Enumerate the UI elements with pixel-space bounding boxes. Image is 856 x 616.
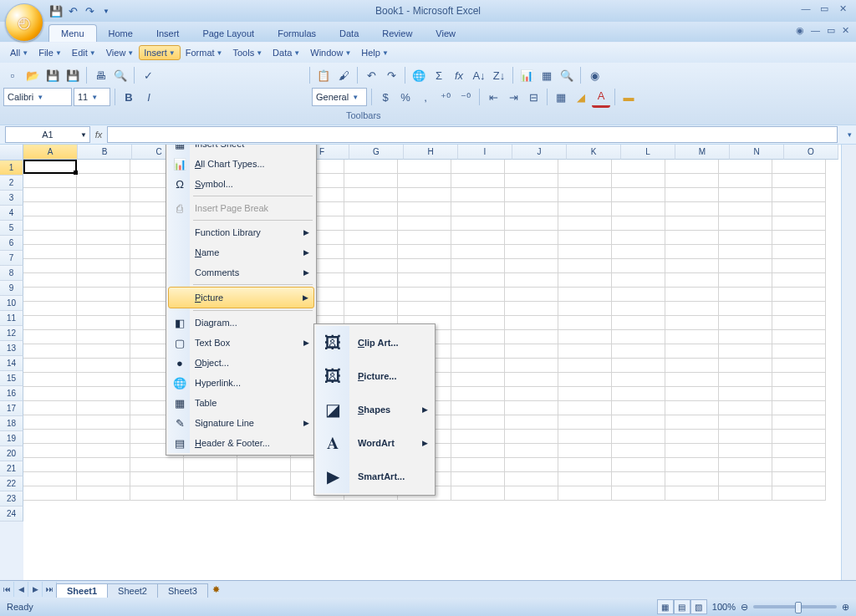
- cell[interactable]: [344, 288, 398, 302]
- sheet-tab-sheet1[interactable]: Sheet1: [56, 583, 108, 598]
- cell[interactable]: [23, 259, 77, 273]
- pivot-icon[interactable]: ▦: [538, 66, 556, 84]
- percent-icon[interactable]: %: [396, 88, 415, 106]
- cell[interactable]: [344, 202, 398, 216]
- cell[interactable]: [77, 174, 130, 188]
- cell[interactable]: [505, 245, 558, 259]
- cell[interactable]: [772, 302, 826, 316]
- cell[interactable]: [77, 273, 130, 288]
- cell[interactable]: [665, 302, 719, 316]
- cell[interactable]: [719, 302, 772, 316]
- menu-edit[interactable]: Edit▼: [67, 45, 101, 60]
- cell[interactable]: [77, 344, 130, 359]
- cell[interactable]: [772, 344, 826, 359]
- cell[interactable]: [719, 415, 772, 430]
- cell[interactable]: [23, 430, 77, 444]
- cell[interactable]: [451, 216, 505, 231]
- cell[interactable]: [665, 472, 719, 486]
- picture-item-wordart[interactable]: 𝐀WordArt▶: [316, 426, 433, 460]
- cell[interactable]: [719, 202, 772, 216]
- cell[interactable]: [719, 359, 772, 373]
- cell[interactable]: [719, 188, 772, 202]
- cell[interactable]: [344, 302, 398, 316]
- cell[interactable]: [398, 216, 451, 231]
- cell[interactable]: [23, 472, 77, 486]
- cell[interactable]: [558, 430, 612, 444]
- ribbon-tab-menu[interactable]: Menu: [48, 24, 97, 42]
- cell[interactable]: [23, 202, 77, 216]
- cell[interactable]: [23, 444, 77, 458]
- cell[interactable]: [184, 458, 237, 472]
- sort-asc-icon[interactable]: A↓: [470, 66, 488, 84]
- cell[interactable]: [130, 472, 184, 486]
- formula-input[interactable]: [107, 126, 838, 143]
- cell[interactable]: [451, 231, 505, 245]
- col-header-M[interactable]: M: [675, 145, 730, 160]
- cell[interactable]: [558, 245, 612, 259]
- cell[interactable]: [344, 259, 398, 273]
- row-header-8[interactable]: 8: [0, 266, 23, 281]
- ribbon-restore-icon[interactable]: ▭: [827, 25, 835, 36]
- cell[interactable]: [451, 472, 505, 486]
- cell[interactable]: [772, 188, 826, 202]
- cell[interactable]: [451, 401, 505, 415]
- cell[interactable]: [505, 316, 558, 330]
- row-header-7[interactable]: 7: [0, 251, 23, 266]
- cell[interactable]: [772, 373, 826, 387]
- cell[interactable]: [612, 430, 665, 444]
- print-icon[interactable]: 🖶: [91, 66, 110, 84]
- cell[interactable]: [558, 472, 612, 486]
- cell[interactable]: [719, 430, 772, 444]
- cell[interactable]: [344, 245, 398, 259]
- row-header-5[interactable]: 5: [0, 221, 23, 236]
- cell[interactable]: [772, 273, 826, 288]
- cell[interactable]: [665, 359, 719, 373]
- cell[interactable]: [23, 273, 77, 288]
- col-header-B[interactable]: B: [78, 145, 132, 160]
- pagelayout-view-icon[interactable]: ▤: [674, 599, 690, 614]
- cell[interactable]: [77, 486, 130, 501]
- cell[interactable]: [505, 373, 558, 387]
- cell[interactable]: [665, 458, 719, 472]
- cell[interactable]: [23, 288, 77, 302]
- fontsize-combo[interactable]: 11▼: [74, 88, 110, 106]
- inc-dec-icon[interactable]: ⁺⁰: [436, 88, 455, 106]
- cell[interactable]: [665, 174, 719, 188]
- cell[interactable]: [237, 472, 291, 486]
- row-header-13[interactable]: 13: [0, 341, 23, 356]
- menu-all[interactable]: All▼: [5, 45, 33, 60]
- col-header-O[interactable]: O: [784, 145, 838, 160]
- cell[interactable]: [719, 444, 772, 458]
- row-header-22[interactable]: 22: [0, 476, 23, 491]
- cell[interactable]: [612, 444, 665, 458]
- cell[interactable]: [505, 330, 558, 344]
- cell[interactable]: [719, 330, 772, 344]
- cell[interactable]: [665, 430, 719, 444]
- row-header-16[interactable]: 16: [0, 386, 23, 401]
- redo2-icon[interactable]: ↷: [382, 66, 400, 84]
- cell[interactable]: [558, 259, 612, 273]
- row-header-10[interactable]: 10: [0, 296, 23, 311]
- cell[interactable]: [772, 245, 826, 259]
- vertical-scrollbar[interactable]: [841, 145, 856, 580]
- menu-view[interactable]: View▼: [101, 45, 140, 60]
- cell[interactable]: [665, 259, 719, 273]
- cell[interactable]: [77, 316, 130, 330]
- ribbon-tab-insert[interactable]: Insert: [145, 25, 191, 42]
- ribbon-tab-review[interactable]: Review: [370, 25, 424, 42]
- cell[interactable]: [23, 373, 77, 387]
- row-header-23[interactable]: 23: [0, 491, 23, 507]
- row-header-17[interactable]: 17: [0, 401, 23, 416]
- cell[interactable]: [665, 160, 719, 174]
- ribbon-minimize-icon[interactable]: —: [811, 25, 820, 36]
- insert-item-picture[interactable]: Picture▶: [168, 287, 314, 308]
- row-header-15[interactable]: 15: [0, 371, 23, 386]
- cell[interactable]: [451, 273, 505, 288]
- cell[interactable]: [719, 259, 772, 273]
- cell[interactable]: [558, 202, 612, 216]
- cell[interactable]: [398, 245, 451, 259]
- insert-item-diagram[interactable]: ◧Diagram...: [168, 313, 314, 333]
- cell[interactable]: [23, 188, 77, 202]
- cell[interactable]: [558, 273, 612, 288]
- cell[interactable]: [77, 387, 130, 401]
